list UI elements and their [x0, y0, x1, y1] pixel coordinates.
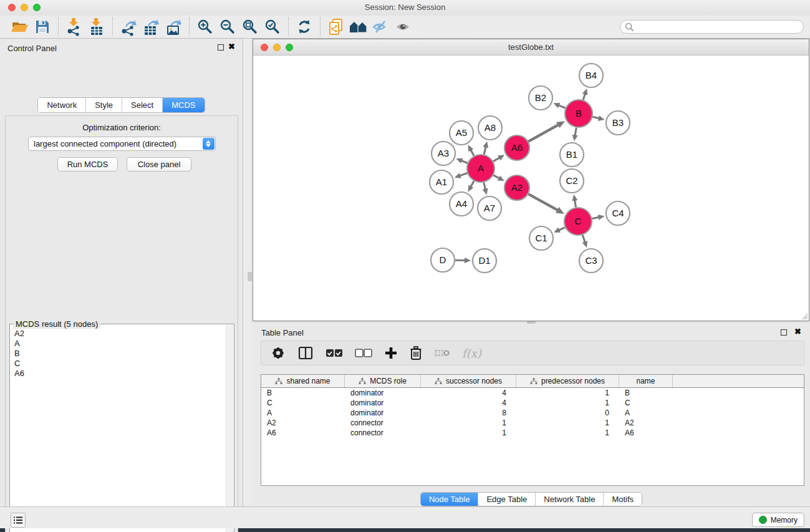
mcds-result-item[interactable]: B [14, 349, 234, 359]
run-mcds-button[interactable]: Run MCDS [57, 157, 118, 172]
graph-edge-A2-C[interactable] [528, 194, 558, 210]
optimization-criterion-select[interactable]: largest connected component (directed) [28, 137, 216, 151]
show-all-networks-button[interactable] [347, 17, 370, 37]
table-cell[interactable]: connector [345, 428, 421, 438]
export-network-icon [120, 17, 137, 36]
table-cell[interactable]: 4 [421, 398, 516, 408]
zoom-fit-button[interactable] [239, 17, 261, 37]
table-cell[interactable]: C [619, 398, 673, 408]
mcds-result-item[interactable]: A6 [14, 369, 234, 379]
table-cell[interactable]: A6 [619, 428, 673, 438]
zoom-selected-button[interactable] [261, 17, 284, 37]
graph-edge-C-C3[interactable] [582, 235, 585, 243]
resize-grip-icon[interactable] [801, 312, 808, 320]
table-cell[interactable]: 8 [421, 408, 516, 418]
graph-edge-B-B1[interactable] [575, 128, 576, 137]
save-session-button[interactable] [31, 17, 54, 37]
close-panel-button[interactable]: Close panel [127, 157, 191, 172]
float-table-panel-icon[interactable] [781, 329, 787, 336]
export-table-button[interactable] [140, 17, 162, 37]
table-cell[interactable]: 1 [421, 428, 516, 438]
table-row[interactable]: Cdominator41C [261, 398, 804, 408]
tab-motifs[interactable]: Motifs [604, 493, 642, 506]
mcds-result-item[interactable]: A [14, 339, 234, 349]
table-header-row: shared nameMCDS rolesuccessor nodesprede… [261, 375, 804, 388]
tab-select[interactable]: Select [122, 98, 163, 112]
export-image-button[interactable] [162, 17, 185, 37]
show-column-button[interactable] [297, 346, 314, 360]
graph-edge-A6-B[interactable] [528, 124, 559, 141]
vertical-splitter-handle[interactable] [248, 272, 252, 281]
result-scrollbar[interactable] [226, 325, 233, 532]
column-header-shared-name[interactable]: shared name [261, 375, 345, 387]
column-header-MCDS-role[interactable]: MCDS role [345, 375, 421, 387]
apply-layout-button[interactable] [293, 17, 316, 37]
select-all-button[interactable] [325, 348, 343, 358]
show-selected-button[interactable] [392, 17, 415, 37]
table-cell[interactable]: 1 [516, 418, 619, 428]
column-header-name[interactable]: name [619, 375, 673, 387]
tab-style[interactable]: Style [86, 98, 122, 112]
delete-table-button[interactable] [434, 348, 450, 358]
hide-selected-button[interactable] [370, 17, 392, 37]
table-cell[interactable]: dominator [345, 398, 421, 408]
task-history-button[interactable] [11, 513, 26, 528]
column-type-icon [435, 378, 442, 385]
function-builder-button[interactable]: f(x) [462, 347, 481, 360]
graph-edge-A-A1[interactable] [459, 173, 467, 177]
table-cell[interactable]: 1 [516, 388, 619, 398]
table-cell[interactable]: connector [345, 418, 421, 428]
delete-column-button[interactable] [410, 346, 422, 360]
table-cell[interactable]: B [619, 388, 673, 398]
column-header-predecessor-nodes[interactable]: predecessor nodes [516, 375, 619, 387]
table-cell[interactable]: 0 [516, 408, 619, 418]
table-row[interactable]: Adominator80A [261, 408, 804, 418]
table-cell[interactable]: 1 [516, 398, 619, 408]
deselect-all-button[interactable] [355, 348, 372, 358]
tab-node-table[interactable]: Node Table [421, 493, 479, 506]
table-cell[interactable]: A2 [261, 418, 345, 428]
search-input[interactable] [637, 21, 796, 32]
network-window-titlebar[interactable]: testGlobe.txt [253, 39, 809, 56]
zoom-out-button[interactable] [216, 17, 239, 37]
table-cell[interactable]: A [261, 408, 345, 418]
tab-edge-table[interactable]: Edge Table [478, 493, 536, 506]
zoom-in-button[interactable] [194, 17, 216, 37]
table-cell[interactable]: A2 [619, 418, 673, 428]
export-network-button[interactable] [117, 17, 140, 37]
tab-network[interactable]: Network [38, 98, 86, 112]
network-canvas[interactable]: B4B2BB3A5A8A6A3B1AA1C2A2A4A7C4CC1DD1C3 [253, 56, 809, 321]
toolbar-separator [189, 17, 190, 36]
import-table-button[interactable] [85, 17, 108, 37]
table-cell[interactable]: 1 [421, 418, 516, 428]
table-cell[interactable]: dominator [345, 408, 421, 418]
table-cell[interactable]: B [261, 388, 345, 398]
graph-edge-A-A8[interactable] [484, 146, 486, 154]
table-settings-button[interactable] [271, 346, 286, 360]
table-cell[interactable]: A [619, 408, 673, 418]
table-cell[interactable]: 1 [516, 428, 619, 438]
table-cell[interactable]: 4 [421, 388, 516, 398]
mcds-result-item[interactable]: C [14, 359, 234, 369]
import-network-button[interactable] [63, 17, 85, 37]
add-column-button[interactable] [384, 346, 398, 360]
table-row[interactable]: Bdominator41B [261, 388, 804, 398]
tab-mcds[interactable]: MCDS [163, 98, 204, 112]
table-tab-bar: Node Table Edge Table Network Table Moti… [253, 492, 810, 506]
table-cell[interactable]: A6 [261, 428, 345, 438]
table-cell[interactable]: dominator [345, 388, 421, 398]
table-row[interactable]: A2connector11A2 [261, 418, 804, 428]
mcds-result-item[interactable]: A2 [14, 329, 234, 339]
unchecked-checkboxes-icon [355, 348, 372, 358]
column-header-successor-nodes[interactable]: successor nodes [421, 375, 516, 387]
tab-network-table[interactable]: Network Table [536, 493, 604, 506]
new-network-from-selection-button[interactable] [325, 17, 347, 37]
close-panel-icon[interactable]: ✖ [228, 42, 235, 51]
table-row[interactable]: A6connector11A6 [261, 428, 804, 438]
float-panel-icon[interactable] [218, 44, 224, 51]
app-window: Session: New Session [0, 0, 810, 528]
open-file-button[interactable] [9, 17, 31, 37]
memory-button[interactable]: Memory [752, 513, 804, 527]
table-cell[interactable]: C [261, 398, 345, 408]
close-table-panel-icon[interactable]: ✖ [794, 327, 801, 336]
